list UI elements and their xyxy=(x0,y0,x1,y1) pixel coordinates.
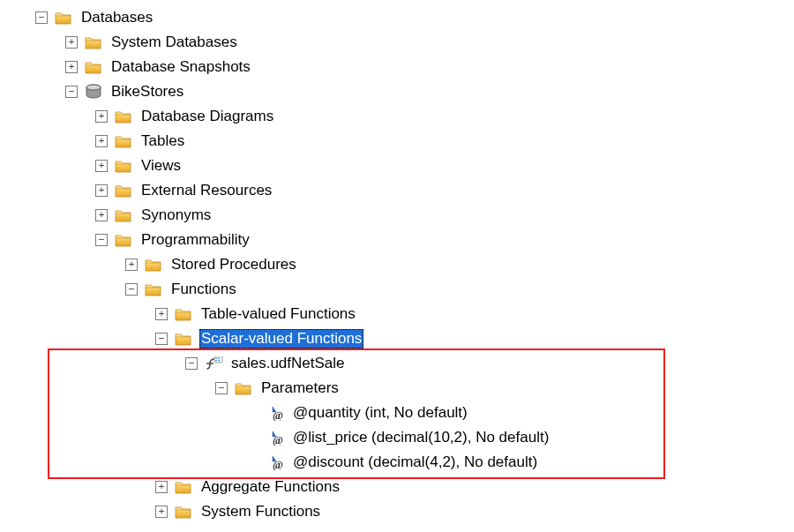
tree-node-scalar-valued-functions[interactable]: − Scalar-valued Functions xyxy=(5,326,794,351)
tree-label: Databases xyxy=(79,8,154,27)
tree-label: Functions xyxy=(169,280,238,299)
tree-node-programmability[interactable]: − Programmability xyxy=(5,228,794,252)
expand-icon[interactable]: + xyxy=(95,110,108,123)
tree-label: Parameters xyxy=(259,378,341,398)
tree-node-external-resources[interactable]: + External Resources xyxy=(5,178,794,203)
collapse-icon[interactable]: − xyxy=(185,357,198,370)
tree-label: sales.udfNetSale xyxy=(229,354,347,373)
tree-label: @quantity (int, No default) xyxy=(291,403,469,423)
tree-label: Views xyxy=(139,156,183,176)
scalar-function-icon xyxy=(205,356,224,371)
tree-label: Aggregate Functions xyxy=(199,477,341,497)
folder-icon xyxy=(175,307,192,321)
folder-icon xyxy=(145,258,162,272)
tree-node-parameters[interactable]: − Parameters xyxy=(5,376,794,401)
no-toggle xyxy=(245,456,258,468)
no-toggle xyxy=(245,407,258,419)
folder-icon xyxy=(235,381,252,395)
collapse-icon[interactable]: − xyxy=(35,11,48,24)
tree-node-param-discount[interactable]: @discount (decimal(4,2), No default) xyxy=(5,450,794,475)
tree-node-table-valued-functions[interactable]: + Table-valued Functions xyxy=(5,302,794,326)
folder-icon xyxy=(115,109,132,124)
tree-node-param-list-price[interactable]: @list_price (decimal(10,2), No default) xyxy=(5,425,794,450)
tree-node-stored-procedures[interactable]: + Stored Procedures xyxy=(5,252,794,277)
tree-label: Programmability xyxy=(139,230,251,250)
tree-node-bikestores[interactable]: − BikeStores xyxy=(5,79,794,104)
folder-icon xyxy=(145,282,162,296)
tree-label: Database Snapshots xyxy=(109,57,252,77)
object-explorer-tree[interactable]: − Databases + System Databases + Databas… xyxy=(0,0,794,524)
tree-node-databases[interactable]: − Databases xyxy=(5,5,794,30)
collapse-icon[interactable]: − xyxy=(155,333,168,345)
tree-node-database-diagrams[interactable]: + Database Diagrams xyxy=(5,104,794,129)
expand-icon[interactable]: + xyxy=(95,160,108,172)
collapse-icon[interactable]: − xyxy=(125,283,138,296)
tree-label: BikeStores xyxy=(109,82,185,101)
folder-icon xyxy=(175,505,192,519)
tree-label: Database Diagrams xyxy=(139,107,275,126)
folder-icon xyxy=(115,233,132,247)
no-toggle xyxy=(245,431,258,444)
parameter-icon xyxy=(265,430,286,446)
tree-node-aggregate-functions[interactable]: + Aggregate Functions xyxy=(5,475,794,499)
tree-label: Synonyms xyxy=(139,206,213,225)
parameter-icon xyxy=(265,405,286,421)
folder-icon xyxy=(175,332,192,346)
tree-node-database-snapshots[interactable]: + Database Snapshots xyxy=(5,55,794,79)
folder-icon xyxy=(115,134,132,148)
expand-icon[interactable]: + xyxy=(65,36,78,49)
tree-node-synonyms[interactable]: + Synonyms xyxy=(5,203,794,228)
tree-node-system-databases[interactable]: + System Databases xyxy=(5,30,794,55)
expand-icon[interactable]: + xyxy=(95,209,108,221)
expand-icon[interactable]: + xyxy=(155,481,168,493)
tree-label: System Databases xyxy=(109,33,239,52)
tree-node-function-udfnetsale[interactable]: − sales.udfNetSale xyxy=(5,351,794,376)
database-icon xyxy=(85,84,102,100)
tree-label: External Resources xyxy=(139,181,273,200)
tree-node-tables[interactable]: + Tables xyxy=(5,129,794,154)
expand-icon[interactable]: + xyxy=(65,61,78,73)
collapse-icon[interactable]: − xyxy=(65,86,78,98)
parameter-icon xyxy=(265,454,286,470)
folder-icon xyxy=(115,159,132,173)
tree-node-param-quantity[interactable]: @quantity (int, No default) xyxy=(5,401,794,425)
folder-icon xyxy=(55,11,72,25)
folder-icon xyxy=(115,184,132,198)
folder-icon xyxy=(85,35,102,49)
tree-node-system-functions[interactable]: + System Functions xyxy=(5,499,794,524)
tree-label: Tables xyxy=(139,131,186,151)
collapse-icon[interactable]: − xyxy=(215,382,228,394)
expand-icon[interactable]: + xyxy=(155,506,168,518)
expand-icon[interactable]: + xyxy=(155,308,168,320)
tree-label: @list_price (decimal(10,2), No default) xyxy=(291,428,551,447)
folder-icon xyxy=(115,208,132,222)
expand-icon[interactable]: + xyxy=(95,184,108,197)
tree-label: @discount (decimal(4,2), No default) xyxy=(291,453,539,472)
tree-node-functions[interactable]: − Functions xyxy=(5,277,794,302)
expand-icon[interactable]: + xyxy=(95,135,108,147)
tree-node-views[interactable]: + Views xyxy=(5,154,794,178)
collapse-icon[interactable]: − xyxy=(95,234,108,246)
tree-label: Stored Procedures xyxy=(169,255,298,274)
folder-icon xyxy=(85,60,102,74)
tree-label: Scalar-valued Functions xyxy=(199,329,363,348)
expand-icon[interactable]: + xyxy=(125,259,138,271)
folder-icon xyxy=(175,480,192,494)
tree-label: Table-valued Functions xyxy=(199,304,357,324)
tree-label: System Functions xyxy=(199,502,322,521)
